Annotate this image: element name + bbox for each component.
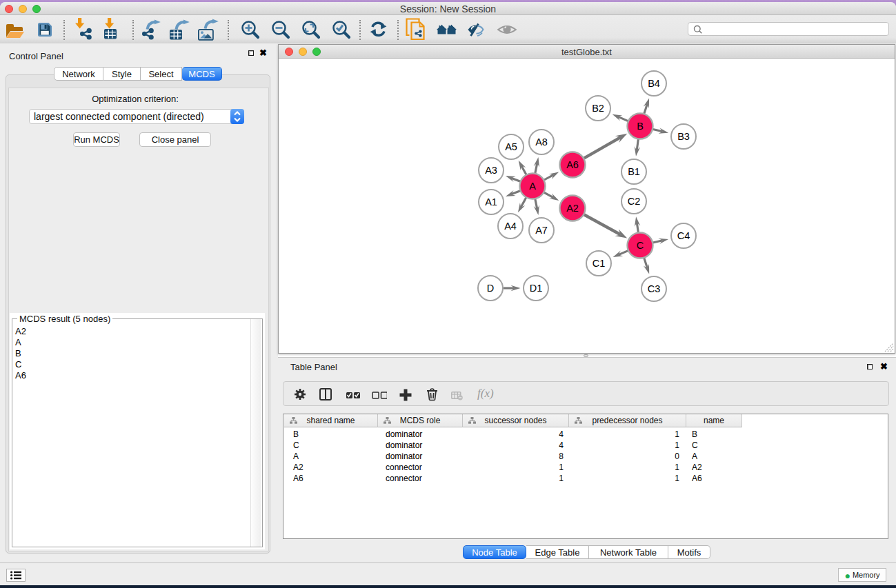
svg-text:A5: A5: [505, 141, 517, 152]
svg-text:A3: A3: [485, 165, 497, 176]
svg-text:B1: B1: [628, 166, 640, 177]
svg-text:C4: C4: [677, 230, 690, 241]
svg-text:C3: C3: [648, 283, 661, 294]
svg-text:D: D: [487, 283, 494, 294]
svg-text:C2: C2: [628, 196, 641, 207]
svg-text:B: B: [637, 121, 644, 132]
svg-text:C: C: [637, 240, 644, 251]
svg-text:A7: A7: [535, 225, 548, 236]
svg-text:A8: A8: [535, 136, 548, 148]
svg-text:A4: A4: [504, 221, 517, 232]
svg-text:B3: B3: [677, 131, 690, 142]
svg-text:A: A: [529, 181, 536, 192]
svg-text:C1: C1: [593, 258, 606, 269]
svg-text:B4: B4: [648, 78, 660, 89]
svg-text:A1: A1: [485, 196, 497, 207]
svg-text:D1: D1: [530, 283, 543, 294]
svg-text:B2: B2: [592, 103, 604, 114]
svg-text:A6: A6: [566, 159, 579, 170]
svg-text:A2: A2: [566, 203, 579, 214]
